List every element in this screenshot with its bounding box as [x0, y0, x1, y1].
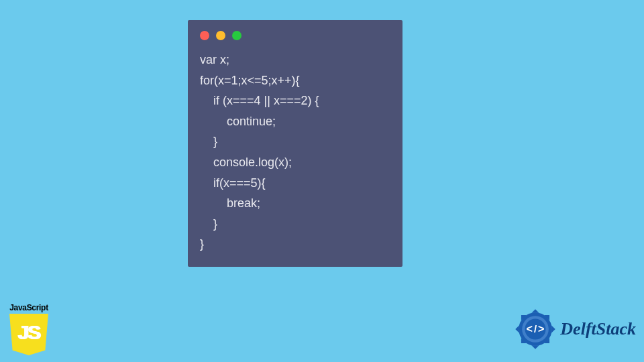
- svg-marker-4: [532, 345, 539, 349]
- window-close-icon: [200, 31, 209, 40]
- code-snippet: var x; for(x=1;x<=5;x++){ if (x===4 || x…: [200, 50, 390, 255]
- window-traffic-lights: [200, 31, 390, 40]
- tag-slash-icon: /: [534, 324, 537, 335]
- tag-open-icon: <: [527, 322, 533, 335]
- delftstack-brand-text: DelftStack: [560, 319, 636, 339]
- javascript-logo: JavaScript JS: [4, 303, 54, 355]
- svg-marker-6: [516, 325, 520, 333]
- svg-marker-2: [552, 325, 556, 333]
- code-window: var x; for(x=1;x<=5;x++){ if (x===4 || x…: [188, 20, 402, 267]
- javascript-label: JavaScript: [4, 303, 54, 312]
- delftstack-logo: < / > DelftStack: [515, 308, 636, 350]
- svg-marker-0: [532, 309, 539, 313]
- javascript-shield-text: JS: [18, 321, 40, 344]
- window-maximize-icon: [232, 31, 241, 40]
- javascript-shield-icon: JS: [9, 314, 48, 355]
- delftstack-gear-icon: < / >: [515, 308, 556, 350]
- tag-close-icon: >: [538, 322, 544, 335]
- window-minimize-icon: [216, 31, 225, 40]
